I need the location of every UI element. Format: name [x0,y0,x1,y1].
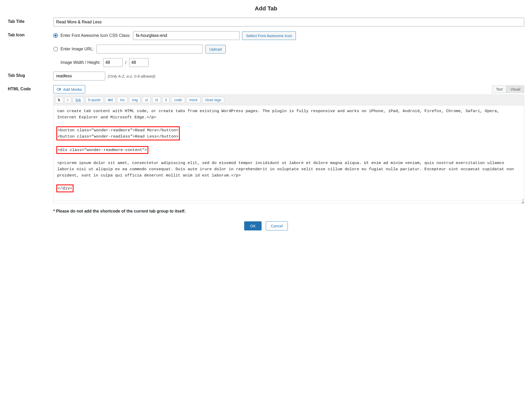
add-media-button[interactable]: Add Media [53,85,85,93]
fa-radio-label: Enter Font Awesome Icon CSS Class: [61,33,130,38]
shortcode-warning: * Please do not add the shortcode of the… [53,209,524,214]
dim-label: Image Width / Height: [61,60,101,65]
tab-title-label: Tab Title [8,18,45,24]
toolbar-close-tags-button[interactable]: close tags [202,97,224,103]
dim-separator: / [125,60,127,65]
editor-tab-visual[interactable]: Visual [507,85,524,93]
cancel-button[interactable]: Cancel [266,221,288,230]
html-code-editor[interactable]: can create tab content with HTML code, o… [53,105,524,201]
image-width-input[interactable] [103,58,123,67]
svg-point-0 [57,88,59,91]
editor-lorem: <p>Lorem ipsum dolor sit amet, consectet… [57,161,516,178]
editor-pretext: can create tab content with HTML code, o… [57,109,502,120]
toolbar-code-button[interactable]: code [171,97,185,103]
tab-title-input[interactable] [53,18,524,26]
add-media-label: Add Media [63,87,82,92]
image-url-input[interactable] [96,45,203,53]
dialog-title: Add Tab [8,5,524,12]
toolbar-ol-button[interactable]: ol [152,97,161,103]
select-fa-icon-button[interactable]: Select Font Awesome Icon [242,31,296,40]
editor-tab-text[interactable]: Text [492,85,507,93]
url-radio-label: Enter Image URL: [61,47,94,51]
media-icon [57,87,61,92]
toolbar-bold-button[interactable]: b [55,97,63,103]
toolbar-del-button[interactable]: del [105,97,116,103]
image-height-input[interactable] [129,58,149,67]
toolbar-link-button[interactable]: link [73,97,84,103]
editor-toolbar: b i link b-quote del ins img ul ol li co… [53,94,524,105]
highlight-divopen: <div class="wonder-readmore-content"> [57,147,148,153]
upload-button[interactable]: Upload [205,45,226,53]
toolbar-img-button[interactable]: img [129,97,141,103]
tab-icon-label: Tab Icon [8,31,45,37]
slug-hint: (Only A-Z, a-z, 0-9 allowed) [108,74,155,78]
url-radio[interactable] [53,47,58,51]
fa-radio[interactable] [53,33,58,38]
toolbar-li-button[interactable]: li [162,97,170,103]
tab-slug-label: Tab Slug [8,72,45,78]
toolbar-ul-button[interactable]: ul [142,97,151,103]
highlight-buttons: <button class="wonder-readmore">Read Mor… [57,127,179,140]
ok-button[interactable]: OK [244,221,262,230]
editor-resize-handle[interactable]: ◢ [53,201,524,204]
html-code-label: HTML Code [8,85,45,91]
toolbar-ins-button[interactable]: ins [117,97,128,103]
fa-class-input[interactable] [133,31,240,40]
toolbar-bquote-button[interactable]: b-quote [85,97,103,103]
toolbar-italic-button[interactable]: i [65,97,71,103]
highlight-divclose: </div> [57,185,73,192]
tab-slug-input[interactable] [53,72,105,80]
toolbar-more-button[interactable]: more [187,97,201,103]
